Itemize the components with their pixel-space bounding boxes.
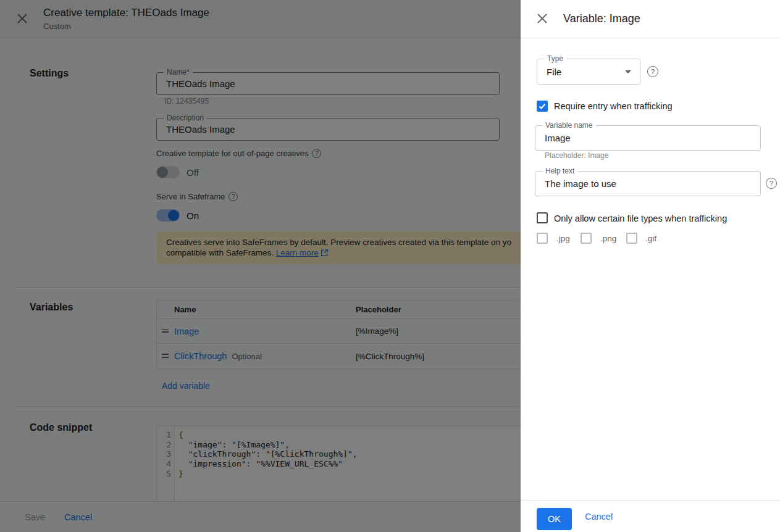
help-text-value: The image to use [545, 172, 755, 196]
help-text-field[interactable]: Help text The image to use [535, 171, 761, 196]
png-checkbox[interactable] [581, 233, 592, 244]
panel-header: Variable: Image [521, 0, 780, 38]
variable-name-field[interactable]: Variable name Image [535, 125, 761, 151]
jpg-label: .jpg [556, 234, 570, 243]
jpg-checkbox[interactable] [537, 233, 548, 244]
type-select-value: File [547, 59, 635, 84]
png-label: .png [600, 234, 616, 243]
panel-title: Variable: Image [563, 12, 640, 25]
close-icon[interactable] [536, 13, 548, 25]
require-entry-label[interactable]: Require entry when trafficking [554, 101, 673, 111]
gif-label: .gif [645, 234, 656, 243]
app-root: Creative template: THEOads Image Custom … [0, 0, 780, 532]
help-text-help-icon[interactable]: ? [766, 178, 777, 189]
ok-button[interactable]: OK [537, 508, 572, 530]
type-select[interactable]: Type File [537, 59, 640, 85]
type-help-icon[interactable]: ? [647, 66, 658, 77]
file-types-label[interactable]: Only allow certain file types when traff… [554, 214, 727, 223]
require-entry-checkbox[interactable] [537, 101, 548, 112]
panel-footer: OK Cancel [521, 500, 780, 532]
variable-name-value: Image [545, 126, 755, 150]
panel-cancel-button[interactable]: Cancel [585, 501, 613, 532]
chevron-down-icon [625, 70, 631, 73]
gif-checkbox[interactable] [626, 233, 637, 244]
variable-panel: Variable: Image Type File ? Require entr… [521, 0, 780, 532]
placeholder-helper: Placeholder: Image [545, 151, 608, 160]
file-types-checkbox[interactable] [537, 212, 548, 223]
